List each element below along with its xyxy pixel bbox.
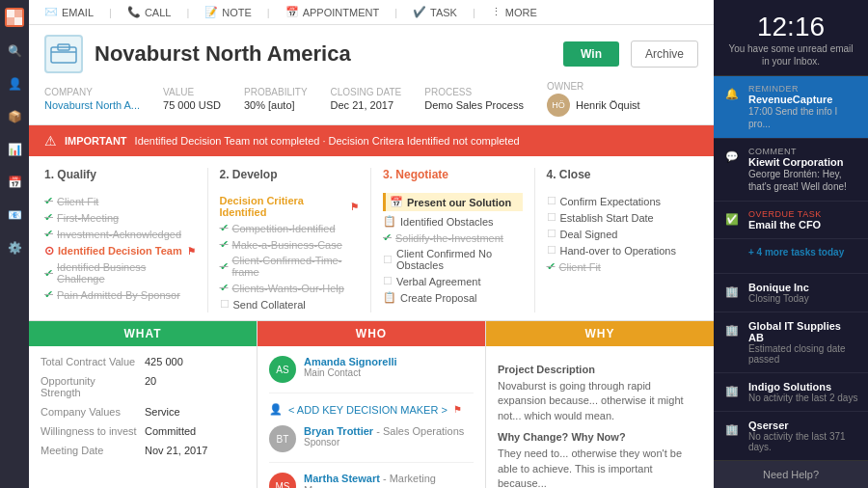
- appointment-icon: 📅: [285, 6, 299, 18]
- person-name[interactable]: Martha Stewart: [304, 473, 380, 484]
- notification-more-tasks[interactable]: + 4 more tasks today: [714, 239, 868, 274]
- stage-item: ✔ Clients-Wants-Our-Help: [220, 280, 360, 296]
- alert-label: IMPORTANT: [65, 135, 127, 147]
- check-icon: ✔: [44, 267, 53, 280]
- check-icon: ✔: [220, 238, 229, 251]
- section-what: WHAT Total Contract Value 425 000 Opport…: [29, 321, 258, 488]
- book-icon: 📋: [383, 215, 396, 228]
- stages-grid: 1. Qualify ✔ Client Fit ✔ First-Meeting …: [44, 168, 698, 312]
- notification-global-it[interactable]: 🏢 Global IT Supplies AB Estimated closin…: [714, 312, 868, 373]
- person-info: Martha Stewart - Marketing Manager Techn…: [304, 473, 474, 488]
- notification-bonique[interactable]: 🏢 Bonique Inc Closing Today: [714, 274, 868, 312]
- sidebar-calendar-icon[interactable]: 📅: [6, 174, 23, 191]
- sidebar-search-icon[interactable]: 🔍: [6, 42, 23, 60]
- sep1: |: [109, 7, 112, 18]
- need-help-button[interactable]: Need Help?: [714, 460, 868, 488]
- deal-header: Novaburst North America Win Archive COMP…: [29, 25, 714, 125]
- notif-content: Indigo Solutions No activity the last 2 …: [748, 381, 858, 403]
- probability-meta: PROBABILITY 30% [auto]: [244, 87, 308, 111]
- alert-message: Identified Decision Team not completed ·…: [135, 135, 520, 147]
- field-row: Total Contract Value 425 000: [41, 356, 245, 367]
- check-icon: ✔: [547, 260, 556, 273]
- value-meta: VALUE 75 000 USD: [163, 87, 221, 111]
- check-icon: ✔: [44, 228, 53, 240]
- call-icon: 📞: [127, 6, 141, 18]
- stage-item: ✔ Competition-Identified: [220, 220, 360, 236]
- email-icon: ✉️: [44, 6, 58, 18]
- stage-item: 📋 Create Proposal: [383, 289, 523, 306]
- company-icon: 🏢: [723, 283, 741, 300]
- email-action[interactable]: ✉️ EMAIL: [44, 6, 94, 18]
- sidebar-reports-icon[interactable]: 📊: [6, 141, 23, 158]
- deal-meta: COMPANY Novaburst North A... VALUE 75 00…: [44, 81, 698, 117]
- sep5: |: [473, 7, 475, 18]
- check-icon: ✔: [220, 260, 229, 273]
- deal-value: 75 000 USD: [163, 99, 221, 111]
- notification-comment[interactable]: 💬 COMMENT Kiewit Corporation George Bron…: [714, 139, 868, 202]
- notif-content: + 4 more tasks today: [748, 247, 858, 258]
- deal-closing-date: Dec 21, 2017: [331, 99, 402, 111]
- check-empty-icon: ☐: [547, 228, 556, 240]
- archive-button[interactable]: Archive: [631, 41, 698, 68]
- sidebar: 🔍 👤 📦 📊 📅 📧 ⚙️: [0, 0, 29, 488]
- sidebar-contacts-icon[interactable]: 👤: [6, 75, 23, 93]
- stage-item: ☐ Send Collateral: [220, 296, 360, 312]
- what-body: Total Contract Value 425 000 Opportunity…: [29, 346, 257, 474]
- sidebar-logo[interactable]: [5, 8, 24, 27]
- who-body: AS Amanda Signorelli Main Contact 👤 < AD…: [258, 346, 485, 488]
- notification-list: 🔔 REMINDER RevenueCapture 17:00 Send the…: [714, 76, 868, 460]
- flag-icon: ⚑: [453, 404, 462, 415]
- company-value[interactable]: Novaburst North A...: [44, 99, 140, 111]
- section-who: WHO AS Amanda Signorelli Main Contact 👤 …: [258, 321, 486, 488]
- sidebar-settings-icon[interactable]: ⚙️: [6, 239, 23, 257]
- stage-item-current: 📅 Present our Solution: [383, 193, 523, 211]
- stage-item: ✔ Client Fit: [547, 258, 688, 275]
- more-action[interactable]: ⋮ MORE: [491, 6, 537, 18]
- notification-task[interactable]: ✅ OVERDUE TASK Email the CFO: [714, 202, 868, 239]
- person-info: Amanda Signorelli Main Contact: [304, 356, 474, 378]
- why-change-text: They need to... otherwise they won't be …: [498, 447, 702, 488]
- notif-sub: No activity the last 371 days.: [748, 431, 858, 452]
- what-header: WHAT: [29, 321, 257, 346]
- notification-reminder[interactable]: 🔔 REMINDER RevenueCapture 17:00 Send the…: [714, 76, 868, 139]
- stage-item: ☐ Verbal Agreement: [383, 273, 523, 289]
- person-name[interactable]: Amanda Signorelli: [304, 356, 474, 367]
- notif-content: Qserser No activity the last 371 days.: [748, 420, 858, 452]
- notification-qserser[interactable]: 🏢 Qserser No activity the last 371 days.: [714, 412, 868, 460]
- person-avatar: AS: [269, 356, 296, 383]
- notif-title: RevenueCapture: [748, 94, 858, 105]
- call-action[interactable]: 📞 CALL: [127, 6, 172, 18]
- svg-rect-0: [7, 10, 14, 17]
- appointment-action[interactable]: 📅 APPOINTMENT: [285, 6, 379, 18]
- add-decision-maker[interactable]: 👤 < ADD KEY DECISION MAKER > ⚑: [269, 403, 474, 416]
- deal-probability: 30% [auto]: [244, 99, 308, 111]
- note-action[interactable]: 📝 NOTE: [204, 6, 252, 18]
- sidebar-products-icon[interactable]: 📦: [6, 108, 23, 125]
- stage-item-active: Decision Critiera Identified ⚑: [220, 193, 360, 220]
- section-why: WHY Project Description Novaburst is goi…: [486, 321, 714, 488]
- notif-content: REMINDER RevenueCapture 17:00 Send the i…: [748, 84, 858, 130]
- svg-rect-2: [14, 10, 22, 17]
- check-empty-icon: ☐: [547, 195, 556, 207]
- person-avatar: BT: [269, 425, 296, 452]
- why-header: WHY: [486, 321, 714, 346]
- sidebar-email-icon[interactable]: 📧: [6, 206, 23, 224]
- clock-message: You have some unread email in your Inbox…: [725, 42, 856, 68]
- stage-item: ✔ Client-Confirmed-Time-frame: [220, 253, 360, 280]
- task-action[interactable]: ✔️ TASK: [413, 6, 457, 18]
- notif-content: Global IT Supplies AB Estimated closing …: [748, 320, 858, 365]
- owner-meta: OWNER HÖ Henrik Öquist: [547, 81, 640, 117]
- notification-indigo[interactable]: 🏢 Indigo Solutions No activity the last …: [714, 373, 868, 412]
- flag-icon: ⚑: [350, 202, 359, 212]
- notif-title: Qserser: [748, 420, 858, 431]
- person-name[interactable]: Bryan Trottier: [304, 425, 373, 437]
- company-icon: 🏢: [723, 321, 741, 339]
- notif-title: Global IT Supplies AB: [748, 320, 858, 343]
- field-row: Company Values Service: [41, 406, 245, 418]
- company-meta: COMPANY Novaburst North A...: [44, 87, 140, 111]
- notif-text: George Brontén: Hey, that's great! Well …: [748, 168, 858, 193]
- main-content: ✉️ EMAIL | 📞 CALL | 📝 NOTE | 📅 APPOINTME…: [29, 0, 714, 488]
- notif-title: Kiewit Corporation: [748, 156, 858, 168]
- person-role: Sponsor: [304, 437, 474, 447]
- win-button[interactable]: Win: [563, 41, 619, 67]
